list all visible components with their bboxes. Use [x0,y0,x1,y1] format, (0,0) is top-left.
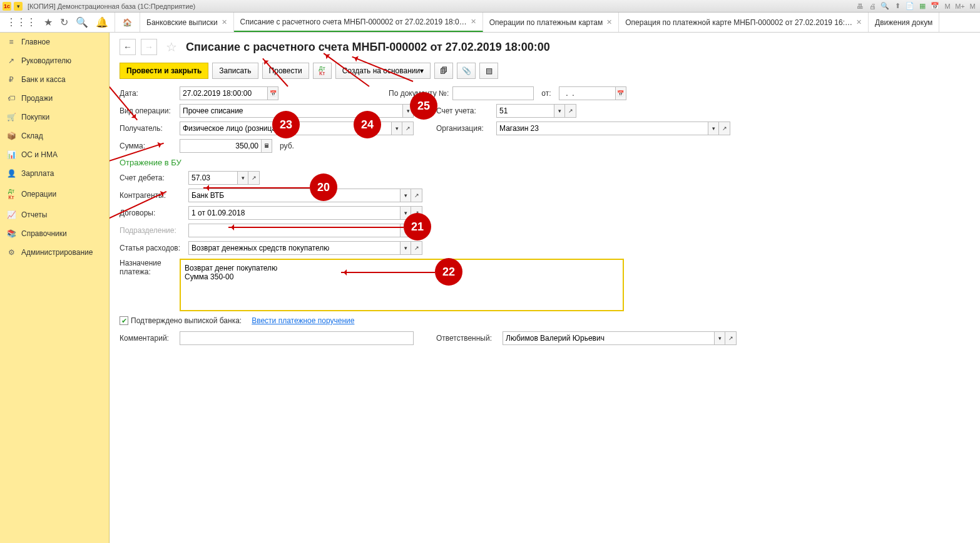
attach-button[interactable]: 📎 [457,63,476,79]
contract-input[interactable] [188,206,400,220]
comment-input[interactable] [180,331,414,345]
open-icon[interactable]: ↗ [402,122,414,135]
dept-label: Подразделение: [120,226,185,235]
sidebar-item[interactable]: 📚Справочники [0,224,109,243]
open-icon[interactable]: ↗ [248,171,260,185]
sidebar-item[interactable]: ≡Главное [0,33,109,51]
dropdown-icon[interactable]: ▾ [400,206,411,220]
sidebar-item[interactable]: ₽Банк и касса [0,70,109,89]
tab-item[interactable]: Списание с расчетного счета МНБП-000002 … [234,13,483,32]
purpose-textarea[interactable] [180,259,624,311]
tool-icon[interactable]: M [967,1,977,11]
chart-icon: ↗ [6,56,16,65]
dropdown-icon[interactable]: ▾ [14,2,23,11]
tool-icon[interactable]: ▦ [917,1,927,11]
dropdown-icon[interactable]: ▾ [400,224,411,237]
structure-button[interactable]: 🗐 [434,63,453,79]
open-icon[interactable]: ↗ [719,122,730,135]
sidebar-item[interactable]: ⚙Администрирование [0,243,109,262]
favorite-icon[interactable]: ☆ [166,39,177,54]
responsible-input[interactable] [503,331,714,345]
expense-input[interactable] [188,241,400,255]
open-icon[interactable]: ↗ [411,224,422,237]
payment-order-link[interactable]: Ввести платежное поручение [252,316,354,325]
dtkt-icon: ДтКт [6,188,16,200]
tab-item[interactable]: Движения докум [869,13,939,32]
tab-item[interactable]: Операция по платежной карте МНБП-000002 … [619,13,869,32]
from-date-input[interactable] [559,86,615,100]
counterparty-label: Контрагенты: [120,191,185,200]
apps-icon[interactable]: ⋮⋮⋮ [6,16,36,28]
sidebar-item[interactable]: 📈Отчеты [0,205,109,224]
recipient-input[interactable] [180,122,391,135]
sidebar-item[interactable]: 📦Склад [0,127,109,145]
close-icon[interactable]: ✕ [606,18,612,26]
sidebar-item[interactable]: 🏷Продажи [0,89,109,108]
date-input[interactable] [180,86,267,100]
dropdown-icon[interactable]: ▾ [554,104,565,118]
toolbar: Провести и закрыть Записать Провести ДтК… [120,63,970,79]
tool-icon[interactable]: 🔍 [880,1,890,11]
bell-icon[interactable]: 🔔 [96,16,108,28]
list-button[interactable]: ▤ [479,63,498,79]
calendar-icon[interactable]: 📅 [267,86,278,100]
confirmed-checkbox[interactable]: ✔Подтверждено выпиской банка: [120,316,242,325]
calendar-icon[interactable]: 📅 [615,86,626,100]
comment-label: Комментарий: [120,334,176,343]
optype-input[interactable] [180,104,402,118]
account-label: Счет учета: [436,106,493,115]
tool-icon[interactable]: 📅 [930,1,940,11]
dropdown-icon[interactable]: ▾ [402,104,414,118]
tab-home[interactable]: 🏠 [115,13,140,32]
close-icon[interactable]: ✕ [222,18,227,26]
open-icon[interactable]: ↗ [725,331,737,345]
debit-input[interactable] [188,171,237,185]
docno-label: По документу №: [389,89,449,98]
create-based-button[interactable]: Создать на основании ▾ [335,63,431,79]
responsible-label: Ответственный: [436,334,499,343]
star-icon[interactable]: ★ [44,16,53,28]
sidebar-item[interactable]: ДтКтОперации [0,183,109,205]
open-icon[interactable]: ↗ [565,104,576,118]
account-input[interactable] [496,104,554,118]
post-and-close-button[interactable]: Провести и закрыть [120,63,208,79]
dropdown-icon[interactable]: ▾ [714,331,725,345]
tool-icon[interactable]: 🖨 [867,1,877,11]
dropdown-icon[interactable]: ▾ [391,122,402,135]
sidebar-item[interactable]: 👤Зарплата [0,164,109,183]
dropdown-icon[interactable]: ▾ [237,171,248,185]
person-icon: 👤 [6,169,16,178]
close-icon[interactable]: ✕ [471,18,476,26]
dept-input[interactable] [188,224,400,237]
sidebar-item[interactable]: 📊ОС и НМА [0,145,109,164]
search-icon[interactable]: 🔍 [76,16,88,28]
counterparty-input[interactable] [188,189,400,202]
tool-icon[interactable]: M [942,1,952,11]
sidebar-item[interactable]: ↗Руководителю [0,51,109,70]
sum-input[interactable] [180,139,261,153]
dropdown-icon[interactable]: ▾ [400,189,411,202]
close-icon[interactable]: ✕ [856,18,862,26]
tool-icon[interactable]: 📄 [905,1,915,11]
history-icon[interactable]: ↻ [60,16,68,28]
open-icon[interactable]: ↗ [411,189,422,202]
titlebar-tools: 🖶 🖨 🔍 ⬆ 📄 ▦ 📅 M M+ M [855,1,977,11]
sidebar-item[interactable]: 🛒Покупки [0,108,109,127]
save-button[interactable]: Записать [212,63,258,79]
tool-icon[interactable]: M+ [955,1,965,11]
open-icon[interactable]: ↗ [411,206,422,220]
org-input[interactable] [496,122,708,135]
tab-item[interactable]: Операции по платежным картам✕ [483,13,620,32]
docno-input[interactable] [452,86,534,100]
tab-item[interactable]: Банковские выписки✕ [140,13,234,32]
nav-back-button[interactable]: ← [120,39,136,55]
dropdown-icon[interactable]: ▾ [400,241,411,255]
nav-forward-button[interactable]: → [141,39,157,55]
dropdown-icon[interactable]: ▾ [708,122,719,135]
post-button[interactable]: Провести [262,63,309,79]
tool-icon[interactable]: 🖶 [855,1,865,11]
tool-icon[interactable]: ⬆ [892,1,902,11]
open-icon[interactable]: ↗ [411,241,422,255]
dtkt-button[interactable]: ДтКт [313,63,332,79]
calc-icon[interactable]: 🖩 [261,139,272,153]
